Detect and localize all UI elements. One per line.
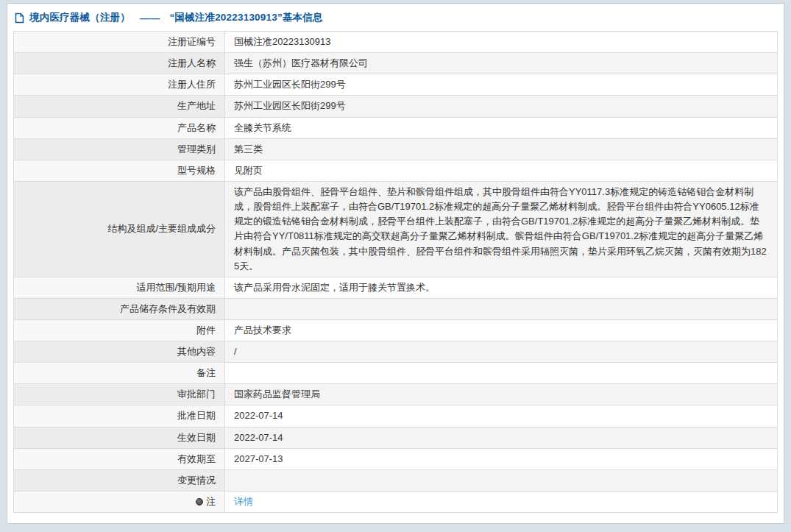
- row-value: 该产品由股骨组件、胫骨平台组件、垫片和髌骨组件组成，其中股骨组件由符合YY011…: [225, 181, 778, 277]
- page-header: 境内医疗器械（注册） —— “国械注准20223130913”基本信息: [7, 4, 784, 31]
- table-row: 管理类别第三类: [14, 138, 778, 160]
- note-icon: [196, 498, 203, 506]
- row-value: 全膝关节系统: [225, 117, 778, 138]
- row-label-text: 注册人名称: [168, 57, 216, 68]
- row-value: 该产品采用骨水泥固定，适用于膝关节置换术。: [225, 277, 778, 298]
- table-row: 结构及组成/主要组成成分该产品由股骨组件、胫骨平台组件、垫片和髌骨组件组成，其中…: [14, 181, 778, 277]
- row-label: 变更情况: [14, 469, 225, 491]
- row-label-text: 管理类别: [177, 143, 216, 155]
- row-value-text: 2022-07-14: [234, 410, 283, 421]
- row-value: [225, 469, 778, 491]
- row-label: 审批部门: [14, 384, 225, 405]
- row-label: 有效期至: [14, 448, 225, 469]
- row-value-text: /: [234, 346, 237, 357]
- table-row: 产品名称全膝关节系统: [14, 117, 778, 138]
- row-label-text: 产品储存条件及有效期: [120, 303, 216, 314]
- row-value: 第三类: [225, 138, 778, 160]
- row-label-text: 注册证编号: [168, 36, 216, 47]
- row-value-text: 见附页: [234, 165, 263, 176]
- row-label-text: 注册人住所: [168, 79, 216, 90]
- page-title-dash: ——: [140, 13, 160, 24]
- row-label-text: 备注: [196, 367, 216, 378]
- row-label: 注: [14, 491, 225, 512]
- row-value: 国家药品监督管理局: [225, 384, 778, 405]
- table-row: 注详情: [14, 491, 778, 512]
- row-value-text: 苏州工业园区长阳街299号: [234, 79, 346, 90]
- row-value-text: 苏州工业园区长阳街299号: [234, 100, 346, 111]
- row-label: 注册人名称: [14, 53, 225, 74]
- row-label: 批准日期: [14, 405, 225, 427]
- row-label-text: 生效日期: [177, 432, 216, 443]
- row-label-text: 有效期至: [177, 453, 216, 464]
- table-row: 注册证编号国械注准20223130913: [14, 32, 778, 53]
- row-value: 详情: [225, 491, 778, 512]
- row-value-text: 该产品由股骨组件、胫骨平台组件、垫片和髌骨组件组成，其中股骨组件由符合YY011…: [234, 186, 767, 272]
- row-value: 2027-07-13: [225, 448, 778, 469]
- info-table-body: 注册证编号国械注准20223130913注册人名称强生（苏州）医疗器材有限公司注…: [14, 32, 778, 513]
- page-title-registration: “国械注准20223130913”基本信息: [169, 11, 322, 24]
- page-title-category: 境内医疗器械（注册）: [29, 11, 130, 24]
- table-row: 其他内容/: [14, 341, 778, 363]
- row-value: 2022-07-14: [225, 405, 778, 427]
- row-value-text: 2027-07-13: [234, 453, 283, 464]
- row-label-text: 产品名称: [177, 122, 216, 133]
- table-row: 注册人住所苏州工业园区长阳街299号: [14, 74, 778, 96]
- table-row: 型号规格见附页: [14, 160, 778, 181]
- info-table-wrap: 注册证编号国械注准20223130913注册人名称强生（苏州）医疗器材有限公司注…: [7, 31, 784, 519]
- row-value-text: 全膝关节系统: [234, 122, 291, 133]
- table-row: 注册人名称强生（苏州）医疗器材有限公司: [14, 53, 778, 74]
- row-label-text: 变更情况: [177, 475, 216, 486]
- table-row: 有效期至2027-07-13: [14, 448, 778, 469]
- row-label: 其他内容: [14, 341, 225, 363]
- row-label: 生效日期: [14, 427, 225, 448]
- row-label-text: 审批部门: [177, 389, 216, 400]
- row-label: 备注: [14, 363, 225, 384]
- table-row: 生效日期2022-07-14: [14, 427, 778, 448]
- row-value: 产品技术要求: [225, 319, 778, 341]
- row-label: 注册人住所: [14, 74, 225, 96]
- row-value-text: 2022-07-14: [234, 432, 283, 443]
- row-label-text: 注: [206, 496, 216, 507]
- content-panel: 境内医疗器械（注册） —— “国械注准20223130913”基本信息 注册证编…: [7, 3, 784, 524]
- table-row: 产品储存条件及有效期: [14, 298, 778, 319]
- row-label-text: 附件: [196, 324, 216, 336]
- row-value-text: 该产品采用骨水泥固定，适用于膝关节置换术。: [234, 282, 435, 293]
- row-label-text: 结构及组成/主要组成成分: [107, 223, 216, 234]
- row-label-text: 批准日期: [177, 410, 216, 421]
- row-value: 2022-07-14: [225, 427, 778, 448]
- table-row: 生产地址苏州工业园区长阳街299号: [14, 96, 778, 117]
- row-label: 结构及组成/主要组成成分: [14, 181, 225, 277]
- row-value: 强生（苏州）医疗器材有限公司: [225, 53, 778, 74]
- row-value: /: [225, 341, 778, 363]
- table-row: 备注: [14, 363, 778, 384]
- row-value: [225, 363, 778, 384]
- row-value: [225, 298, 778, 319]
- row-label-text: 型号规格: [177, 165, 216, 176]
- row-value: 国械注准20223130913: [225, 32, 778, 53]
- row-label: 生产地址: [14, 96, 225, 117]
- row-label: 注册证编号: [14, 32, 225, 53]
- document-icon: [15, 13, 24, 24]
- detail-link[interactable]: 详情: [234, 496, 253, 507]
- row-value-text: 产品技术要求: [234, 324, 291, 336]
- row-value-text: 强生（苏州）医疗器材有限公司: [234, 57, 368, 68]
- table-row: 审批部门国家药品监督管理局: [14, 384, 778, 405]
- row-label: 产品名称: [14, 117, 225, 138]
- row-value-text: 第三类: [234, 143, 263, 155]
- row-value: 苏州工业园区长阳街299号: [225, 96, 778, 117]
- table-row: 附件产品技术要求: [14, 319, 778, 341]
- table-row: 批准日期2022-07-14: [14, 405, 778, 427]
- table-row: 适用范围/预期用途该产品采用骨水泥固定，适用于膝关节置换术。: [14, 277, 778, 298]
- row-label-text: 适用范围/预期用途: [136, 282, 216, 293]
- row-label: 型号规格: [14, 160, 225, 181]
- info-table: 注册证编号国械注准20223130913注册人名称强生（苏州）医疗器材有限公司注…: [13, 31, 778, 513]
- row-value: 见附页: [225, 160, 778, 181]
- table-row: 变更情况: [14, 469, 778, 491]
- row-value-text: 国家药品监督管理局: [234, 389, 320, 400]
- row-label-text: 其他内容: [177, 346, 216, 357]
- row-label: 适用范围/预期用途: [14, 277, 225, 298]
- row-label: 管理类别: [14, 138, 225, 160]
- row-label: 附件: [14, 319, 225, 341]
- row-value: 苏州工业园区长阳街299号: [225, 74, 778, 96]
- row-label-text: 生产地址: [177, 100, 216, 111]
